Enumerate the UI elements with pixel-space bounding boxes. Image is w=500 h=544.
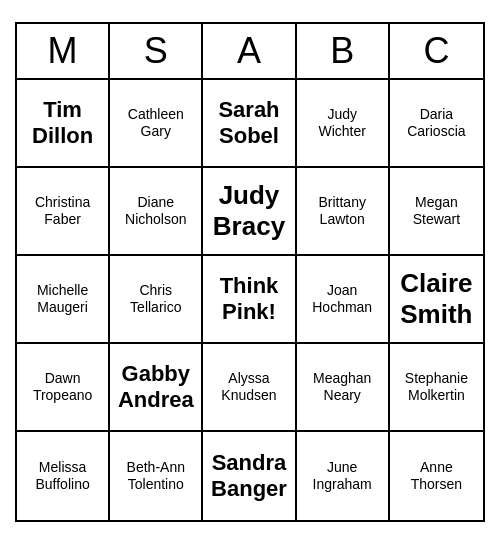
grid-cell: Brittany Lawton — [297, 168, 390, 256]
header-cell: M — [17, 24, 110, 78]
grid-cell: Dawn Tropeano — [17, 344, 110, 432]
bingo-card: MSABC Tim DillonCathleen GarySarah Sobel… — [15, 22, 485, 522]
grid-cell: Stephanie Molkertin — [390, 344, 483, 432]
header-cell: C — [390, 24, 483, 78]
header-cell: A — [203, 24, 296, 78]
grid-cell: Judy Wichter — [297, 80, 390, 168]
grid-cell: Claire Smith — [390, 256, 483, 344]
bingo-header: MSABC — [17, 24, 483, 80]
grid-cell: Daria Carioscia — [390, 80, 483, 168]
grid-cell: Gabby Andrea — [110, 344, 203, 432]
grid-cell: Sandra Banger — [203, 432, 296, 520]
bingo-grid: Tim DillonCathleen GarySarah SobelJudy W… — [17, 80, 483, 520]
grid-cell: Sarah Sobel — [203, 80, 296, 168]
header-cell: S — [110, 24, 203, 78]
grid-cell: Think Pink! — [203, 256, 296, 344]
grid-cell: Chris Tellarico — [110, 256, 203, 344]
grid-cell: Alyssa Knudsen — [203, 344, 296, 432]
header-cell: B — [297, 24, 390, 78]
grid-cell: Beth-Ann Tolentino — [110, 432, 203, 520]
grid-cell: Judy Bracy — [203, 168, 296, 256]
grid-cell: Diane Nicholson — [110, 168, 203, 256]
grid-cell: Melissa Buffolino — [17, 432, 110, 520]
grid-cell: Christina Faber — [17, 168, 110, 256]
grid-cell: Tim Dillon — [17, 80, 110, 168]
grid-cell: Anne Thorsen — [390, 432, 483, 520]
grid-cell: Michelle Maugeri — [17, 256, 110, 344]
grid-cell: Meaghan Neary — [297, 344, 390, 432]
grid-cell: June Ingraham — [297, 432, 390, 520]
grid-cell: Joan Hochman — [297, 256, 390, 344]
grid-cell: Megan Stewart — [390, 168, 483, 256]
grid-cell: Cathleen Gary — [110, 80, 203, 168]
